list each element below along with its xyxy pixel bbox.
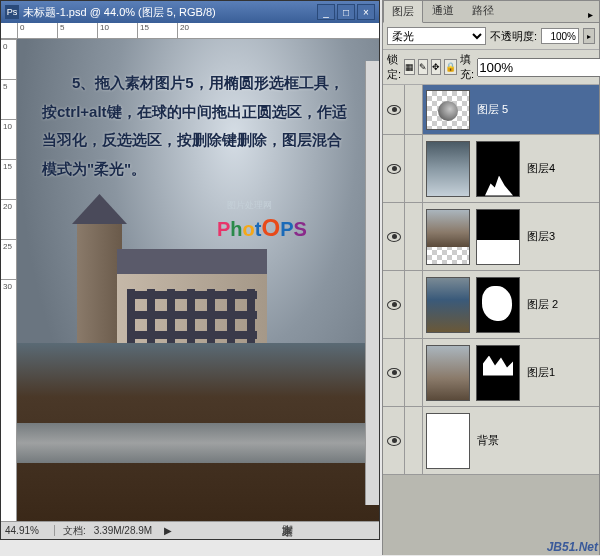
layers-panel: 图层 通道 路径 ▸ 柔光 不透明度: ▸ 锁定: ▦ ✎ ✥ 🔒 填充: ▸ …	[382, 0, 600, 555]
link-column[interactable]	[405, 271, 423, 338]
layer-mask-thumbnail[interactable]	[476, 277, 520, 333]
layer-thumbnail[interactable]	[426, 141, 470, 197]
tutorial-text: 5、拖入素材图片5，用椭圆形选框工具，按ctrl+alt键，在球的中间拖出正圆选…	[42, 69, 354, 183]
layer-row[interactable]: 图层4	[383, 135, 599, 203]
visibility-eye-icon[interactable]	[387, 300, 401, 310]
fill-input[interactable]	[477, 58, 600, 77]
tab-paths[interactable]: 路径	[463, 0, 503, 22]
layer-thumbnail[interactable]	[426, 413, 470, 469]
minimize-button[interactable]: _	[317, 4, 335, 20]
layer-row[interactable]: 图层1	[383, 339, 599, 407]
layer-name[interactable]: 图层4	[523, 161, 599, 176]
blend-mode-row: 柔光 不透明度: ▸	[383, 23, 599, 50]
document-window: Ps 未标题-1.psd @ 44.0% (图层 5, RGB/8) _ □ ×…	[0, 0, 380, 540]
canvas[interactable]: 5、拖入素材图片5，用椭圆形选框工具，按ctrl+alt键，在球的中间拖出正圆选…	[17, 39, 379, 523]
status-bar: 44.91% 文档: 3.39M/28.9M ▶	[1, 521, 379, 539]
link-column[interactable]	[405, 135, 423, 202]
layer-row[interactable]: 图层 5	[383, 85, 599, 135]
layer-thumbnail[interactable]	[426, 209, 470, 265]
lock-label: 锁定:	[387, 52, 401, 82]
visibility-eye-icon[interactable]	[387, 164, 401, 174]
layer-mask-thumbnail[interactable]	[476, 141, 520, 197]
lock-pixels-icon[interactable]: ✎	[418, 59, 428, 75]
layer-name[interactable]: 图层3	[523, 229, 599, 244]
layer-mask-thumbnail[interactable]	[476, 345, 520, 401]
layer-row[interactable]: 背景	[383, 407, 599, 475]
layer-thumbnail[interactable]	[426, 277, 470, 333]
lock-transparent-icon[interactable]: ▦	[404, 59, 415, 75]
lock-all-icon[interactable]: 🔒	[444, 59, 457, 75]
logo-subtitle: 图片处理网	[227, 199, 272, 212]
layer-name[interactable]: 图层1	[523, 365, 599, 380]
ruler-horizontal[interactable]: 05101520	[1, 23, 379, 39]
tab-channels[interactable]: 通道	[423, 0, 463, 22]
layers-list[interactable]: 图层 5 图层4 图层3 图层 2 图层	[383, 85, 599, 555]
opacity-input[interactable]	[541, 28, 579, 44]
fill-label: 填充:	[460, 52, 474, 82]
blend-mode-select[interactable]: 柔光	[387, 27, 486, 45]
layer-name[interactable]: 背景	[473, 433, 599, 448]
link-column[interactable]	[405, 85, 423, 134]
link-column[interactable]	[405, 203, 423, 270]
doc-info-arrow-icon[interactable]: ▶	[164, 525, 172, 536]
scrollbar-vertical[interactable]	[365, 61, 379, 505]
tab-layers[interactable]: 图层	[383, 0, 423, 23]
link-column[interactable]	[405, 339, 423, 406]
lock-row: 锁定: ▦ ✎ ✥ 🔒 填充: ▸	[383, 50, 599, 85]
close-button[interactable]: ×	[357, 4, 375, 20]
opacity-arrow-icon[interactable]: ▸	[583, 28, 595, 44]
title-bar[interactable]: Ps 未标题-1.psd @ 44.0% (图层 5, RGB/8) _ □ ×	[1, 1, 379, 23]
layer-name[interactable]: 图层 5	[473, 102, 599, 117]
panel-tabs: 图层 通道 路径 ▸	[383, 1, 599, 23]
visibility-eye-icon[interactable]	[387, 232, 401, 242]
link-column[interactable]	[405, 407, 423, 474]
docsize-value: 3.39M/28.9M	[94, 525, 152, 536]
docsize-label: 文档:	[63, 524, 86, 538]
watermark: JB51.Net	[547, 540, 598, 554]
ruler-area: 05101520 051015202530 5、拖入素材图片5，用椭圆形选框工具…	[1, 23, 379, 523]
layer-name[interactable]: 图层 2	[523, 297, 599, 312]
opacity-label: 不透明度:	[490, 29, 537, 44]
lock-position-icon[interactable]: ✥	[431, 59, 441, 75]
layer-thumbnail[interactable]	[426, 345, 470, 401]
layer-thumbnail[interactable]	[426, 90, 470, 130]
layer-mask-thumbnail[interactable]	[476, 209, 520, 265]
app-icon: Ps	[5, 5, 19, 19]
photops-logo: PhotOPS	[217, 214, 307, 242]
water-layer	[17, 423, 379, 463]
visibility-eye-icon[interactable]	[387, 436, 401, 446]
panel-menu-icon[interactable]: ▸	[582, 7, 599, 22]
visibility-eye-icon[interactable]	[387, 105, 401, 115]
maximize-button[interactable]: □	[337, 4, 355, 20]
layer-row[interactable]: 图层 2	[383, 271, 599, 339]
document-title: 未标题-1.psd @ 44.0% (图层 5, RGB/8)	[23, 5, 317, 20]
layer-row[interactable]: 图层3	[383, 203, 599, 271]
visibility-eye-icon[interactable]	[387, 368, 401, 378]
ruler-vertical[interactable]: 051015202530	[1, 39, 17, 523]
zoom-field[interactable]: 44.91%	[5, 525, 55, 536]
